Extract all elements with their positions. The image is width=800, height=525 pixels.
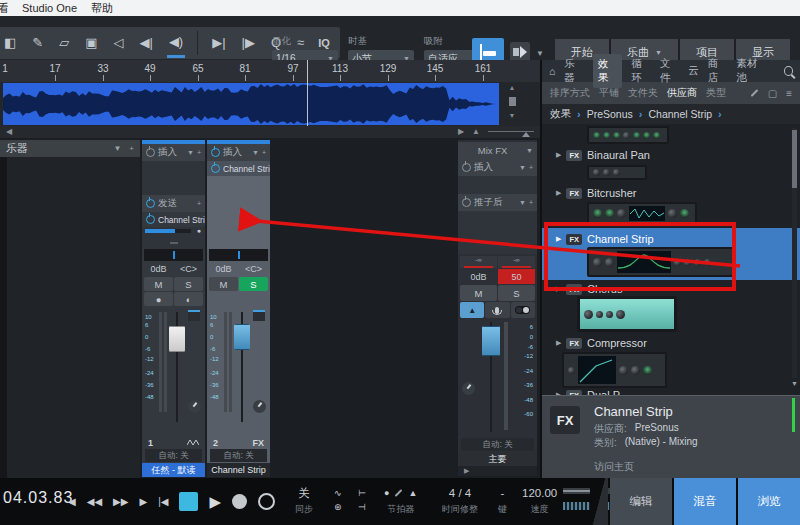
mix-view-button[interactable]: 混音 bbox=[674, 478, 736, 525]
power-icon[interactable] bbox=[462, 163, 471, 172]
chevron-down-icon[interactable]: ▼ bbox=[187, 149, 194, 156]
gain-value[interactable]: 0dB bbox=[460, 269, 497, 284]
channel-name[interactable]: Channel Strip bbox=[207, 463, 270, 477]
list-item[interactable]: ▶ FX Compressor bbox=[556, 336, 647, 350]
browser-scrollbar[interactable] bbox=[792, 128, 797, 378]
automation-mode[interactable]: 自动: 关 bbox=[145, 449, 202, 462]
inserts-slot-empty[interactable] bbox=[142, 161, 205, 195]
send-pre-icon[interactable]: ● bbox=[197, 227, 201, 234]
listen-tool-icon[interactable]: ◀) bbox=[167, 28, 185, 58]
record-dot-icon[interactable]: ● bbox=[384, 486, 389, 500]
send-channel-strip[interactable]: Channel Strip bbox=[142, 212, 205, 227]
plugin-thumbnail[interactable] bbox=[562, 352, 667, 388]
sort-vendor[interactable]: 供应商 bbox=[667, 86, 697, 100]
browse-view-button[interactable]: 浏览 bbox=[738, 478, 800, 525]
list-item[interactable]: ▶ FX Bitcrusher bbox=[556, 186, 637, 200]
pan-knob[interactable] bbox=[188, 400, 201, 413]
mute-tool-icon[interactable]: ◁ bbox=[112, 28, 126, 58]
plugin-thumbnail[interactable] bbox=[587, 165, 647, 180]
add-insert-icon[interactable]: + bbox=[197, 149, 201, 156]
timeline-ruler[interactable]: 1 17 33 49 65 81 97 113 129 145 161 bbox=[0, 60, 540, 83]
cue-mini-fader[interactable] bbox=[188, 310, 200, 321]
zoom-out-icon[interactable]: ▲ bbox=[472, 127, 480, 136]
scroll-left-icon[interactable]: ◀ bbox=[6, 127, 12, 136]
pan-value[interactable]: <C> bbox=[239, 262, 268, 276]
add-insert-icon[interactable]: + bbox=[262, 149, 266, 156]
inserts-header[interactable]: 插入 ▼ + bbox=[142, 144, 205, 161]
home-icon[interactable]: ⌂ bbox=[549, 65, 555, 77]
gain-value[interactable]: 0dB bbox=[144, 262, 173, 276]
time-display[interactable]: 04.03.83 bbox=[3, 489, 73, 507]
key-signature[interactable]: - 键 bbox=[498, 486, 507, 516]
tab-instruments[interactable]: 乐器 bbox=[564, 57, 584, 85]
solo-button[interactable]: S bbox=[174, 277, 203, 291]
expand-arrow-icon[interactable]: ▶ bbox=[556, 151, 561, 159]
console-footer[interactable]: ▶ bbox=[458, 466, 537, 476]
visit-homepage-link[interactable]: 访问主页 bbox=[594, 460, 634, 474]
step-back-button[interactable]: ◀ bbox=[68, 496, 76, 507]
range-tool-icon[interactable]: ▣ bbox=[83, 28, 99, 58]
sort-flat[interactable]: 平铺 bbox=[599, 86, 619, 100]
automation-mode[interactable]: 自动: 关 bbox=[461, 438, 534, 451]
add-insert-icon[interactable]: + bbox=[529, 199, 533, 206]
peak-level-value[interactable]: 50 bbox=[498, 269, 535, 284]
volume-fader[interactable] bbox=[234, 324, 250, 350]
add-icon[interactable]: + bbox=[129, 144, 134, 153]
metronome-controls[interactable]: ● ▲ 节拍器 bbox=[384, 486, 417, 516]
return-to-start-button[interactable]: |◀ bbox=[158, 496, 168, 507]
channel-name[interactable]: 主要 bbox=[458, 452, 537, 466]
channel-name[interactable]: 任然 - 默读 bbox=[142, 463, 205, 477]
power-icon[interactable] bbox=[146, 199, 155, 208]
sends-header[interactable]: 发送 + bbox=[142, 195, 205, 212]
pan-control[interactable] bbox=[144, 249, 203, 261]
search-icon[interactable] bbox=[784, 66, 793, 76]
tab-shop[interactable]: 商店 bbox=[708, 57, 728, 85]
audition-button[interactable] bbox=[510, 42, 530, 62]
scrollbar-thumb[interactable] bbox=[792, 130, 797, 188]
metronome-icon[interactable]: ▲ bbox=[408, 486, 417, 500]
peak-indicator-left[interactable]: -∞ bbox=[460, 256, 497, 268]
pre-roll-controls[interactable]: ∿ ⊛ bbox=[334, 486, 342, 514]
mute-button[interactable]: M bbox=[460, 285, 497, 301]
power-icon[interactable] bbox=[211, 164, 220, 173]
list-view-icon[interactable]: ≡ bbox=[786, 88, 792, 99]
mute-button[interactable]: M bbox=[209, 277, 238, 291]
expand-arrow-icon[interactable]: ▶ bbox=[556, 339, 561, 347]
pan-control[interactable] bbox=[209, 249, 268, 261]
pan-knob[interactable] bbox=[462, 382, 475, 395]
pan-value[interactable]: <C> bbox=[174, 262, 203, 276]
scroll-right-icon[interactable]: ▶ bbox=[458, 127, 464, 136]
stop-button[interactable] bbox=[179, 492, 198, 511]
metronome-setup-icon[interactable] bbox=[395, 489, 403, 497]
fast-forward-button[interactable]: ▶▶ bbox=[113, 496, 128, 507]
talkback-mic-icon[interactable] bbox=[485, 302, 509, 318]
add-send-icon[interactable]: + bbox=[197, 200, 201, 207]
thumbnail-view-icon[interactable]: ▢ bbox=[768, 88, 777, 99]
instruments-panel-header[interactable]: 乐器 ▼ + bbox=[0, 140, 140, 157]
power-icon[interactable] bbox=[146, 215, 155, 224]
chevron-down-icon[interactable]: ▼ bbox=[526, 147, 533, 154]
send-pan[interactable] bbox=[142, 235, 205, 249]
post-fader-header[interactable]: 推子后 ▼ + bbox=[458, 194, 537, 211]
chevron-down-icon[interactable]: ▼ bbox=[113, 144, 121, 153]
loop-button[interactable] bbox=[258, 493, 275, 510]
pan-knob[interactable] bbox=[253, 400, 266, 413]
record-arm-button[interactable]: ● bbox=[144, 292, 173, 306]
play-button[interactable]: ▶ bbox=[209, 493, 221, 511]
chevron-down-icon[interactable]: ▼ bbox=[536, 49, 544, 58]
sort-type[interactable]: 类型 bbox=[706, 86, 726, 100]
edit-view-button[interactable]: 编辑 bbox=[610, 478, 672, 525]
power-icon[interactable] bbox=[462, 198, 471, 207]
send-level[interactable]: ● bbox=[142, 227, 205, 235]
inserts-header[interactable]: 插入 ▼ + bbox=[458, 159, 537, 176]
mono-monitor-icon[interactable]: ▲ bbox=[460, 302, 484, 318]
zoom-slider[interactable] bbox=[488, 131, 534, 132]
select-tool-icon[interactable]: ◧ bbox=[2, 28, 18, 58]
insert-channel-strip[interactable]: Channel Strip bbox=[207, 161, 270, 176]
chevron-down-icon[interactable]: ▼ bbox=[252, 149, 259, 156]
sync-indicator[interactable]: 关 同步 bbox=[295, 486, 313, 516]
breadcrumb-effects[interactable]: 效果 bbox=[550, 107, 571, 121]
monitor-button[interactable]: ◐ bbox=[174, 292, 203, 306]
time-signature[interactable]: 4 / 4 时间修整 bbox=[442, 486, 478, 516]
power-icon[interactable] bbox=[146, 148, 155, 157]
